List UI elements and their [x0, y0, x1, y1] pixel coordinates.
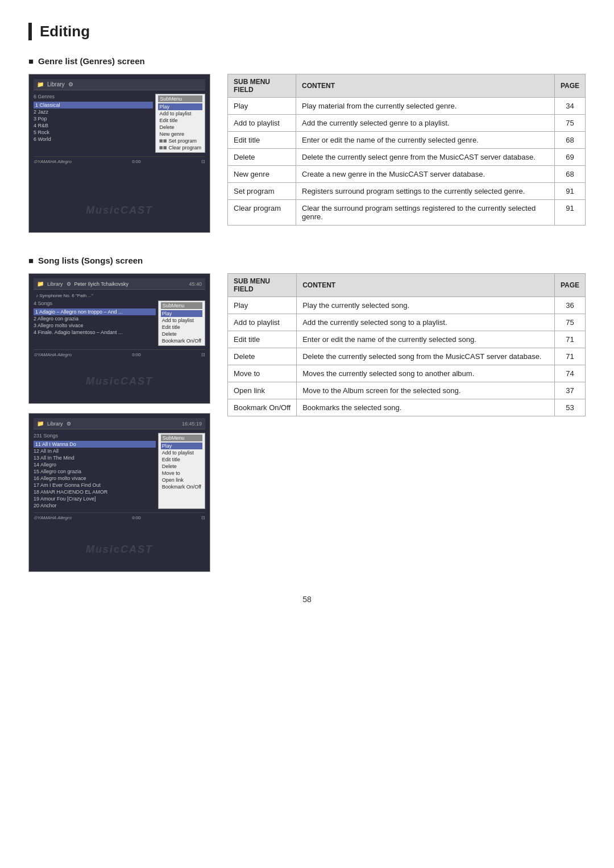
song-field-open-link: Open link	[228, 382, 297, 399]
genre-table-row-clear-program: Clear program Clear the surround program…	[228, 200, 586, 226]
song-screen-1-submenu: SubMenu Play Add to playlist Edit title …	[158, 301, 205, 346]
genre-page-clear-program: 91	[554, 200, 585, 226]
song-screen-2-library: Library	[47, 421, 63, 427]
song-screen-2-header: 📁 Library ⚙ 16:45:19	[34, 418, 205, 429]
song2-submenu-open-link[interactable]: Open link	[161, 477, 202, 483]
genre-submenu-edit-title[interactable]: Edit title	[158, 117, 202, 124]
song2-item-14[interactable]: 14 Allegro	[34, 461, 156, 468]
song-field-bookmark: Bookmark On/Off	[228, 399, 297, 416]
song-page-add-playlist: 75	[554, 314, 585, 331]
song-screen-1-artist: Peter Ilyich Tchaikovsky	[74, 281, 128, 287]
song1-submenu-add-playlist[interactable]: Add to playlist	[161, 317, 202, 324]
song-table-header-page: PAGE	[554, 274, 585, 297]
genre-table-header-page: PAGE	[554, 74, 585, 98]
song-page-play: 36	[554, 297, 585, 314]
genre-submenu-delete[interactable]: Delete	[158, 124, 202, 131]
song1-submenu-edit-title[interactable]: Edit title	[161, 324, 202, 331]
song1-submenu-title: SubMenu	[161, 302, 202, 309]
song1-item-4[interactable]: 4 Finale. Adagio lamentoso – Andant ...	[34, 329, 156, 336]
song-screen-1-settings-icon: ⚙	[67, 281, 71, 287]
genre-list-item-3[interactable]: 3 Pop	[34, 115, 153, 122]
song2-item-11[interactable]: 11 All I Wanna Do	[34, 441, 156, 448]
genre-list-title: 6 Genres	[34, 94, 153, 99]
song-field-delete: Delete	[228, 348, 297, 365]
genre-content-add-playlist: Add the currently selected genre to a pl…	[296, 115, 555, 132]
song2-submenu-edit-title[interactable]: Edit title	[161, 456, 202, 463]
genre-submenu-add-playlist[interactable]: Add to playlist	[158, 110, 202, 117]
song2-submenu-title: SubMenu	[161, 435, 202, 441]
song1-submenu-play[interactable]: Play	[161, 310, 202, 317]
musiccast-watermark-song2: MusicCAST	[86, 544, 153, 556]
genre-table-row-edit-title: Edit title Enter or edit the name of the…	[228, 132, 586, 149]
song1-item-3[interactable]: 3 Allegro molto vivace	[34, 322, 156, 329]
song-table: SUB MENU FIELD CONTENT PAGE Play Play th…	[227, 273, 586, 416]
song-table-row-open-link: Open link Move to the Album screen for t…	[228, 382, 586, 399]
song1-screen-icon: ⊡	[201, 352, 205, 357]
song2-item-15[interactable]: 15 Allegro con grazia	[34, 468, 156, 475]
genre-content-edit-title: Enter or edit the name of the currently …	[296, 132, 555, 149]
song2-submenu-add-playlist[interactable]: Add to playlist	[161, 449, 202, 456]
genre-screen-header-left: 📁 Library ⚙	[37, 81, 73, 87]
genre-screen-header: 📁 Library ⚙	[34, 79, 205, 90]
genre-list-item-6[interactable]: 6 World	[34, 136, 153, 143]
genre-list-item-5[interactable]: 5 Rock	[34, 129, 153, 136]
genre-content-play: Play material from the currently selecte…	[296, 98, 555, 115]
song2-item-17[interactable]: 17 Am I Ever Gonna Find Out	[34, 482, 156, 489]
page-number: 58	[28, 595, 586, 604]
genre-field-set-program: Set program	[228, 183, 296, 200]
genre-submenu-new-genre[interactable]: New genre	[158, 131, 202, 137]
song1-submenu-delete[interactable]: Delete	[161, 331, 202, 337]
song-screen-1-album: ♪ Symphonie No. 6 "Path ..."	[34, 293, 205, 301]
genre-section-title: Genre list (Genres) screen	[28, 56, 586, 66]
song-screen-1-time: 45:40	[189, 281, 202, 287]
song-screen-1-header-left: 📁 Library ⚙ Peter Ilyich Tchaikovsky	[37, 281, 128, 287]
song-screen-2-submenu: SubMenu Play Add to playlist Edit title …	[158, 433, 205, 509]
song-page-open-link: 37	[554, 382, 585, 399]
song-screen-2: 📁 Library ⚙ 16:45:19 231 Songs 11 All I …	[28, 413, 210, 572]
song2-submenu-bookmark[interactable]: Bookmark On/Off	[161, 483, 202, 490]
yamaha-logo-song1: ⊙YAMAHA Allegro	[34, 352, 72, 357]
genre-submenu-clear-program[interactable]: ▦▦ Clear program	[158, 144, 202, 151]
song-table-row-play: Play Play the currently selected song. 3…	[228, 297, 586, 314]
song-table-row-delete: Delete Delete the currently selected son…	[228, 348, 586, 365]
song2-item-13[interactable]: 13 All In The Mind	[34, 454, 156, 461]
genre-table-row-new-genre: New genre Create a new genre in the Musi…	[228, 166, 586, 183]
song1-item-1[interactable]: 1 Adagio – Allegro non troppo – And ...	[34, 308, 156, 315]
genre-page-delete: 69	[554, 149, 585, 166]
musiccast-watermark-song1: MusicCAST	[86, 375, 153, 387]
song2-submenu-delete[interactable]: Delete	[161, 463, 202, 470]
song-screen-2-list-title: 231 Songs	[34, 433, 156, 439]
song1-item-2[interactable]: 2 Allegro con grazia	[34, 315, 156, 322]
song2-item-12[interactable]: 12 All In All	[34, 448, 156, 454]
song-content-bookmark: Bookmarks the selected song.	[297, 399, 555, 416]
genre-submenu-set-program[interactable]: ▦▦ Set program	[158, 137, 202, 144]
genre-submenu-play[interactable]: Play	[158, 103, 202, 110]
song-content-add-playlist: Add the currently selected song to a pla…	[297, 314, 555, 331]
song-table-header-content: CONTENT	[297, 274, 555, 297]
genre-screen-submenu: SubMenu Play Add to playlist Edit title …	[155, 94, 205, 153]
song-field-add-playlist: Add to playlist	[228, 314, 297, 331]
song-screen-2-list: 231 Songs 11 All I Wanna Do 12 All In Al…	[34, 433, 156, 509]
genre-table: SUB MENU FIELD CONTENT PAGE Play Play ma…	[227, 74, 586, 226]
library-icon: 📁	[37, 81, 44, 87]
genre-table-row-set-program: Set program Registers surround program s…	[228, 183, 586, 200]
song2-item-20[interactable]: 20 Anchor	[34, 502, 156, 509]
genre-table-row-add-playlist: Add to playlist Add the currently select…	[228, 115, 586, 132]
song2-item-18[interactable]: 18 AMAR HACIENDO EL AMOR	[34, 489, 156, 495]
genre-list-item-1[interactable]: 1 Classical	[34, 102, 153, 108]
song-screen-2-settings-icon: ⚙	[67, 421, 71, 427]
song2-submenu-move-to[interactable]: Move to	[161, 470, 202, 477]
song2-submenu-play[interactable]: Play	[161, 443, 202, 449]
genre-content-clear-program: Clear the surround program settings regi…	[296, 200, 555, 226]
genre-list-item-4[interactable]: 4 R&B	[34, 122, 153, 129]
musiccast-watermark-genre: MusicCAST	[86, 205, 153, 216]
song2-item-19[interactable]: 19 Amour Fou [Crazy Love]	[34, 495, 156, 502]
song-page-delete: 71	[554, 348, 585, 365]
song-section-title: Song lists (Songs) screen	[28, 256, 586, 265]
song2-item-16[interactable]: 16 Allegro molto vivace	[34, 475, 156, 482]
song1-submenu-bookmark[interactable]: Bookmark On/Off	[161, 337, 202, 344]
genre-list-item-2[interactable]: 2 Jazz	[34, 108, 153, 115]
genre-screen-header-library: Library	[47, 81, 65, 87]
song-screen-1: 📁 Library ⚙ Peter Ilyich Tchaikovsky 45:…	[28, 273, 210, 404]
genre-field-play: Play	[228, 98, 296, 115]
